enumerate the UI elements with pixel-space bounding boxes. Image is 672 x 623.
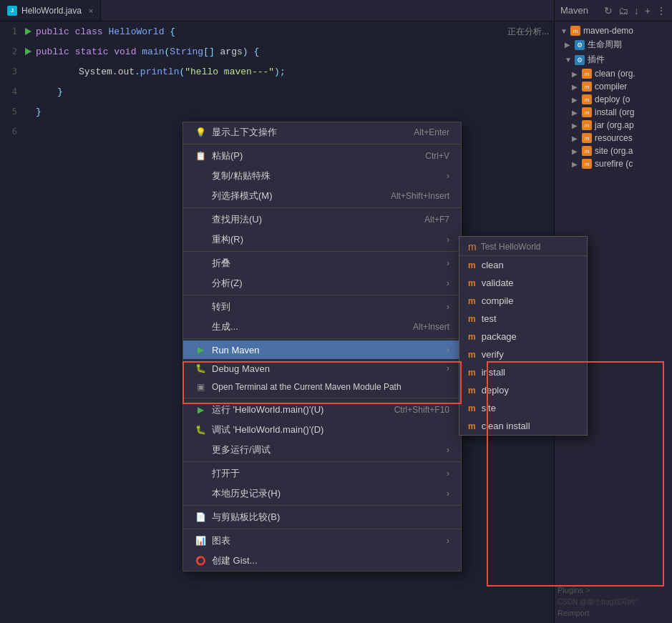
- menu-item-more-run[interactable]: 更多运行/调试 ›: [183, 440, 461, 460]
- submenu-label-compile: compile: [482, 295, 514, 306]
- menu-label-local-history: 本地历史记录(H): [212, 487, 281, 500]
- debug-maven-icon: 🐛: [195, 363, 206, 374]
- tree-item-install[interactable]: ▶ m install (org: [555, 106, 672, 119]
- menu-item-create-gist[interactable]: ⭕ 创建 Gist...: [183, 551, 461, 571]
- submenu-label-package: package: [482, 331, 517, 342]
- menu-item-find-usage[interactable]: 查找用法(U) Alt+F7: [183, 210, 461, 230]
- menu-label-generate: 生成...: [212, 320, 238, 333]
- menu-item-open-in[interactable]: 打开于 ›: [183, 463, 461, 484]
- tree-item-lifecycle[interactable]: ▶ ⚙ 生命周期: [555, 37, 672, 52]
- tree-item-site[interactable]: ▶ m site (org.a: [555, 144, 672, 157]
- submenu-item-clean-install[interactable]: m clean install: [459, 417, 587, 435]
- tree-item-surefire[interactable]: ▶ m surefire (c: [555, 157, 672, 170]
- run-btn-2[interactable]: [23, 46, 33, 57]
- open-in-icon: [195, 468, 206, 479]
- maven-more-icon[interactable]: ⋮: [656, 5, 666, 16]
- submenu-icon-test: m: [468, 314, 476, 324]
- tree-item-clean[interactable]: ▶ m clean (org.: [555, 67, 672, 80]
- menu-item-goto[interactable]: 转到 ›: [183, 297, 461, 317]
- menu-item-diagram[interactable]: 📊 图表 ›: [183, 531, 461, 551]
- submenu-item-verify[interactable]: m verify: [459, 345, 587, 363]
- tree-item-plugins[interactable]: ▼ ⚙ 插件: [555, 52, 672, 67]
- tree-item-resources[interactable]: ▶ m resources: [555, 132, 672, 144]
- submenu-item-compile[interactable]: m compile: [459, 292, 587, 310]
- submenu-icon-package: m: [468, 332, 476, 342]
- menu-sep-7: [183, 461, 461, 462]
- watermark-csdn: CSDN @那个bug我写的°: [557, 597, 638, 607]
- submenu-icon-verify: m: [468, 350, 476, 360]
- menu-item-context-actions[interactable]: 💡 显示上下文操作 Alt+Enter: [183, 122, 461, 142]
- tree-label-clean: clean (org.: [595, 69, 636, 79]
- submenu-item-install[interactable]: m install: [459, 363, 587, 381]
- menu-item-fold[interactable]: 折叠 ›: [183, 253, 461, 273]
- menu-item-generate[interactable]: 生成... Alt+Insert: [183, 317, 461, 337]
- submenu-item-test[interactable]: m test: [459, 310, 587, 328]
- menu-item-debug-maven[interactable]: 🐛 Debug Maven ›: [183, 359, 461, 378]
- submenu-item-site[interactable]: m site: [459, 399, 587, 417]
- submenu-icon-clean-install: m: [468, 421, 476, 431]
- tree-arrow-deploy: ▶: [572, 96, 579, 104]
- tab-close-button[interactable]: ×: [89, 6, 93, 15]
- debug-hello-icon: 🐛: [195, 424, 206, 436]
- tree-arrow-surefire: ▶: [572, 160, 579, 168]
- run-maven-arrow: ›: [447, 345, 449, 355]
- code-content-3: System.out.println("hello maven---");: [36, 67, 286, 77]
- tab-label: HelloWorld.java: [21, 6, 82, 16]
- menu-item-run-maven[interactable]: ▶ Run Maven ›: [183, 340, 461, 359]
- tree-arrow-clean: ▶: [572, 70, 579, 78]
- menu-item-open-terminal[interactable]: ▣ Open Terminal at the Current Maven Mod…: [183, 378, 461, 396]
- submenu-label-clean: clean: [482, 260, 504, 270]
- maven-refresh-icon[interactable]: ↻: [604, 5, 613, 16]
- debug-maven-arrow: ›: [447, 363, 449, 373]
- tree-item-root[interactable]: ▼ m maven-demo: [555, 24, 672, 37]
- plugins-link[interactable]: Plugins >: [557, 586, 590, 594]
- menu-item-column-select[interactable]: 列选择模式(M) Alt+Shift+Insert: [183, 186, 461, 206]
- menu-item-compare-clipboard[interactable]: 📄 与剪贴板比较(B): [183, 507, 461, 527]
- run-btn-1[interactable]: [23, 26, 33, 36]
- line-num-5: 5: [3, 107, 23, 117]
- code-content-1: public class HelloWorld {: [36, 26, 175, 37]
- maven-folder-icon[interactable]: 🗂: [618, 5, 628, 16]
- menu-item-analyze[interactable]: 分析(Z) ›: [183, 273, 461, 293]
- submenu-item-validate[interactable]: m validate: [459, 274, 587, 292]
- menu-item-copy-paste-special[interactable]: 复制/粘贴特殊 ›: [183, 166, 461, 186]
- menu-label-create-gist: 创建 Gist...: [212, 554, 258, 567]
- submenu-item-clean[interactable]: m clean: [459, 256, 587, 274]
- menu-label-open-in: 打开于: [212, 467, 240, 480]
- tree-label-lifecycle: 生命周期: [588, 39, 622, 51]
- tree-item-deploy[interactable]: ▶ m deploy (o: [555, 93, 672, 106]
- goto-icon: [195, 301, 206, 313]
- menu-label-more-run: 更多运行/调试: [212, 443, 271, 456]
- tree-item-jar[interactable]: ▶ m jar (org.ap: [555, 119, 672, 132]
- context-actions-icon: 💡: [195, 127, 206, 138]
- menu-sep-2: [183, 207, 461, 208]
- find-usage-icon: [195, 214, 206, 225]
- tree-label-jar: jar (org.ap: [595, 120, 634, 130]
- maven-add-icon[interactable]: +: [645, 5, 651, 16]
- reimport-link[interactable]: Reimport: [557, 609, 590, 617]
- submenu-item-package[interactable]: m package: [459, 328, 587, 345]
- run-hello-icon: ▶: [195, 404, 206, 416]
- maven-download-icon[interactable]: ↓: [634, 5, 639, 16]
- line-num-2: 2: [3, 46, 23, 57]
- maven-tree: ▼ m maven-demo ▶ ⚙ 生命周期 ▼ ⚙ 插件 ▶ m clean…: [555, 21, 672, 173]
- tree-label-surefire: surefire (c: [595, 159, 633, 169]
- run-btn-3: [23, 67, 33, 77]
- menu-item-debug-hello[interactable]: 🐛 调试 'HelloWorld.main()'(D): [183, 420, 461, 440]
- analyze-arrow: ›: [447, 278, 449, 288]
- menu-item-run-hello[interactable]: ▶ 运行 'HelloWorld.main()'(U) Ctrl+Shift+F…: [183, 400, 461, 420]
- file-tab[interactable]: J HelloWorld.java ×: [0, 0, 101, 21]
- tree-label-compiler: compiler: [595, 82, 627, 92]
- code-line-4: 4 }: [0, 82, 554, 102]
- open-in-arrow: ›: [447, 469, 449, 479]
- tree-icon-site: m: [582, 146, 592, 156]
- menu-item-refactor[interactable]: 重构(R) ›: [183, 230, 461, 250]
- tree-icon-lifecycle: ⚙: [575, 40, 585, 50]
- tree-item-compiler[interactable]: ▶ m compiler: [555, 80, 672, 93]
- menu-item-local-history[interactable]: 本地历史记录(H) ›: [183, 484, 461, 504]
- submenu-item-deploy[interactable]: m deploy: [459, 381, 587, 399]
- tree-icon-install: m: [582, 107, 592, 117]
- menu-item-paste[interactable]: 📋 粘贴(P) Ctrl+V: [183, 146, 461, 166]
- goto-arrow: ›: [447, 302, 449, 312]
- menu-shortcut-find-usage: Alt+F7: [424, 215, 449, 225]
